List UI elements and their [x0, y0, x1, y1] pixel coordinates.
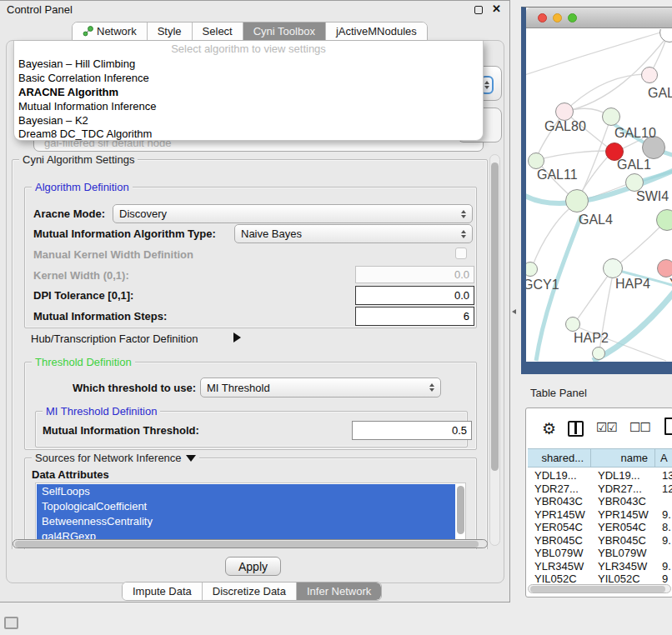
zoom-traffic-light[interactable]	[568, 13, 577, 22]
table-cell[interactable]: YBR043C	[591, 495, 655, 508]
tab-jactivemnodules[interactable]: jActiveMNodules	[325, 22, 427, 40]
table-cell[interactable]: 12	[655, 482, 672, 496]
tab-cyni-toolbox[interactable]: Cyni Toolbox	[243, 22, 325, 40]
deselect-all-boxes-icon[interactable]: ☐☐	[629, 420, 650, 435]
mi-threshold-value: 0.5	[452, 424, 467, 437]
table-cell[interactable]: YLR345W	[591, 560, 655, 573]
list-item[interactable]: SelfLoops	[37, 484, 455, 499]
mi-threshold-field[interactable]: 0.5	[352, 421, 472, 440]
network-node[interactable]	[656, 209, 672, 231]
table-cell[interactable]: 9.	[655, 534, 672, 548]
tab-infer-network[interactable]: Infer Network	[296, 582, 381, 600]
table-cell[interactable]: 9	[655, 572, 672, 583]
expander-collapsed-icon[interactable]	[233, 332, 241, 342]
dropdown-item[interactable]: Bayesian – Hill Climbing	[18, 58, 135, 70]
tab-label: Infer Network	[307, 582, 371, 600]
mi-threshold-definition-group: MI Threshold Definition Mutual Informati…	[35, 411, 468, 448]
close-icon[interactable]: ✕	[492, 2, 501, 15]
column-header-name[interactable]: name	[591, 448, 655, 468]
dropdown-item[interactable]: Basic Correlation Inference	[18, 72, 149, 84]
tab-select[interactable]: Select	[192, 22, 243, 40]
float-window-icon[interactable]	[474, 6, 483, 14]
column-header-shared-name[interactable]: shared...	[528, 448, 591, 468]
which-threshold-combo[interactable]: MI Threshold	[200, 378, 441, 398]
scrollbar-thumb[interactable]	[530, 586, 665, 592]
tab-impute-data[interactable]: Impute Data	[123, 582, 202, 600]
table-cell[interactable]: YIL052C	[591, 572, 655, 583]
collapsed-panel-icon[interactable]	[4, 617, 18, 629]
node-label: SWI4	[636, 189, 669, 204]
mi-steps-field[interactable]: 6	[355, 307, 474, 326]
dropdown-item-selected[interactable]: ARACNE Algorithm	[18, 86, 118, 98]
settings-vertical-scrollbar[interactable]	[489, 154, 500, 546]
table-cell[interactable]: 13	[655, 469, 672, 482]
select-all-checks-icon[interactable]: ☑☑	[596, 420, 617, 435]
table-cell[interactable]: YBR045C	[528, 534, 591, 548]
table-cell[interactable]: YDL19...	[528, 469, 591, 482]
scrollbar-thumb[interactable]	[15, 541, 479, 548]
dropdown-item[interactable]: Dream8 DC_TDC Algorithm	[18, 128, 152, 140]
settings-gear-icon[interactable]: ⚙	[542, 419, 556, 438]
scrollbar-thumb[interactable]	[491, 162, 499, 471]
table-cell[interactable]: YPR145W	[528, 508, 591, 522]
dropdown-item[interactable]: Mutual Information Inference	[18, 100, 156, 112]
table-cell[interactable]: YBR043C	[528, 495, 591, 508]
dropdown-item[interactable]: Bayesian – K2	[18, 114, 88, 127]
mi-type-combo[interactable]: Naive Bayes	[234, 224, 473, 243]
table-cell[interactable]: 8.	[655, 521, 672, 534]
control-panel-tabbar: Network Style Select Cyni Toolbox jActiv…	[72, 22, 428, 41]
table-cell[interactable]: YLR345W	[528, 560, 591, 573]
tab-discretize-data[interactable]: Discretize Data	[202, 582, 296, 600]
minimize-traffic-light[interactable]	[553, 13, 562, 22]
sources-group-title[interactable]: Sources for Network Inference	[32, 452, 199, 464]
algorithm-dropdown-popup: Select algorithm to view settings Bayesi…	[13, 41, 484, 141]
manual-kernel-checkbox[interactable]	[455, 248, 467, 259]
network-node[interactable]	[657, 259, 672, 278]
network-node[interactable]	[602, 108, 620, 126]
table-cell[interactable]: 9.	[655, 560, 672, 573]
list-item[interactable]: BetweennessCentrality	[37, 514, 455, 529]
dpi-tolerance-field[interactable]: 0.0	[355, 286, 474, 305]
tab-network[interactable]: Network	[73, 22, 147, 40]
column-layout-icon[interactable]	[568, 421, 584, 437]
network-node[interactable]	[641, 67, 658, 83]
network-node[interactable]	[528, 152, 544, 169]
table-cell[interactable]: YER054C	[591, 521, 655, 534]
network-node[interactable]	[565, 189, 589, 212]
aracne-mode-combo[interactable]: Discovery	[113, 204, 473, 223]
network-node[interactable]	[565, 317, 580, 332]
splitter-collapse-arrow[interactable]	[512, 309, 516, 314]
tab-style[interactable]: Style	[147, 22, 192, 40]
network-node[interactable]	[555, 102, 574, 121]
table-cell[interactable]: YDR27...	[591, 482, 655, 496]
cyni-algorithm-settings-group: Cyni Algorithm Settings Algorithm Defini…	[12, 159, 488, 549]
table-cell[interactable]	[655, 495, 672, 508]
data-attributes-label: Data Attributes	[32, 468, 109, 481]
tab-label: Style	[158, 22, 182, 40]
export-file-icon[interactable]	[664, 418, 672, 435]
table-cell[interactable]: YIL052C	[528, 572, 591, 583]
table-horizontal-scrollbar[interactable]	[528, 584, 671, 593]
table-cell[interactable]: YDL19...	[591, 469, 655, 482]
table-cell[interactable]	[655, 547, 672, 560]
network-node[interactable]	[603, 258, 623, 278]
table-cell[interactable]: YBR045C	[591, 534, 655, 548]
settings-horizontal-scrollbar[interactable]	[13, 539, 488, 548]
apply-button[interactable]: Apply	[225, 557, 281, 576]
table-cell[interactable]: YPR145W	[591, 508, 655, 522]
kernel-width-field[interactable]: 0.0	[355, 266, 474, 283]
table-cell[interactable]: 9.	[655, 508, 672, 522]
table-cell[interactable]: YBL079W	[528, 547, 591, 560]
list-item[interactable]: TopologicalCoefficient	[37, 499, 455, 514]
table-cell[interactable]: YBL079W	[591, 547, 655, 560]
network-node[interactable]	[592, 347, 605, 360]
table-cell[interactable]: YER054C	[528, 521, 591, 534]
hub-definition-expander-label[interactable]: Hub/Transcription Factor Definition	[31, 332, 198, 345]
close-traffic-light[interactable]	[538, 13, 547, 22]
table-cell[interactable]: YDR27...	[528, 482, 591, 496]
list-scrollbar[interactable]	[457, 486, 464, 534]
column-header-label: shared...	[541, 452, 584, 464]
network-window-titlebar[interactable]	[526, 8, 672, 28]
network-canvas[interactable]: GAL GAL80 GAL10 GAL1 GAL11 SWI4 GAL4 GCY…	[526, 29, 672, 362]
column-header-clipped[interactable]: A	[655, 448, 672, 468]
